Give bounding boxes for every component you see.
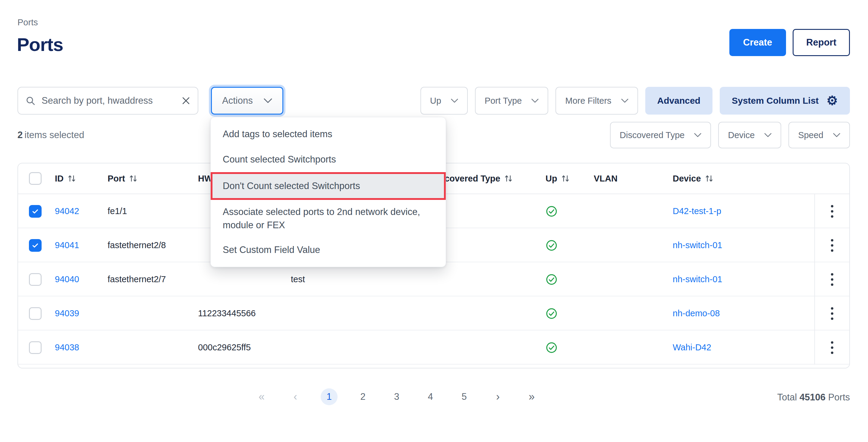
filter-up[interactable]: Up bbox=[421, 87, 468, 115]
selected-label: items selected bbox=[24, 130, 84, 140]
menu-item-add-tags[interactable]: Add tags to selected items bbox=[211, 121, 446, 147]
advanced-label: Advanced bbox=[657, 95, 701, 106]
port-id-link[interactable]: 94039 bbox=[55, 308, 107, 318]
menu-item-set-custom-field[interactable]: Set Custom Field Value bbox=[211, 237, 446, 263]
chevron-down-icon bbox=[833, 133, 840, 138]
page-button-3[interactable]: 3 bbox=[388, 388, 405, 405]
chevron-down-icon bbox=[694, 133, 701, 138]
port-id-link[interactable]: 94040 bbox=[55, 274, 107, 284]
column-header-device[interactable]: Device bbox=[673, 174, 814, 184]
up-cell bbox=[546, 205, 594, 217]
gear-icon: ⚙ bbox=[827, 94, 838, 107]
row-checkbox[interactable] bbox=[29, 341, 41, 354]
toolbar: Actions Up Port Type More Fil bbox=[18, 87, 850, 115]
port-cell: fe1/1 bbox=[107, 206, 198, 216]
device-link[interactable]: nh-switch-01 bbox=[673, 274, 814, 284]
page-title: Ports bbox=[17, 34, 63, 55]
filter-speed-label: Speed bbox=[798, 130, 824, 140]
page-button-2[interactable]: 2 bbox=[354, 388, 371, 405]
last-page-icon[interactable]: » bbox=[523, 390, 540, 403]
sort-icon[interactable] bbox=[129, 174, 138, 183]
search-icon bbox=[25, 95, 36, 106]
system-column-list-button[interactable]: System Column List ⚙ bbox=[720, 87, 850, 115]
device-link[interactable]: nh-switch-01 bbox=[673, 240, 814, 250]
row-actions-kebab-icon[interactable] bbox=[828, 304, 836, 323]
total-suffix: Ports bbox=[828, 392, 850, 403]
row-checkbox[interactable] bbox=[29, 307, 41, 320]
actions-dropdown-menu: Add tags to selected items Count selecte… bbox=[210, 117, 446, 267]
page-button-1[interactable]: 1 bbox=[321, 388, 338, 405]
row-checkbox[interactable] bbox=[29, 273, 41, 286]
menu-item-dont-count-switchports[interactable]: Don't Count selected Switchports bbox=[211, 172, 446, 200]
report-button[interactable]: Report bbox=[793, 29, 850, 56]
actions-dropdown-button[interactable]: Actions bbox=[211, 87, 283, 115]
row-checkbox[interactable] bbox=[29, 239, 41, 252]
filter-more-filters-label: More Filters bbox=[565, 96, 611, 106]
port-cell: fastethernet2/7 bbox=[107, 274, 198, 284]
sort-icon[interactable] bbox=[705, 174, 714, 183]
filter-speed[interactable]: Speed bbox=[788, 122, 850, 148]
page-button-4[interactable]: 4 bbox=[422, 388, 439, 405]
up-check-icon bbox=[546, 205, 594, 217]
advanced-button[interactable]: Advanced bbox=[645, 87, 712, 115]
column-header-port[interactable]: Port bbox=[107, 174, 198, 184]
desc-cell: test bbox=[291, 274, 431, 284]
column-header-discovered-type[interactable]: Discovered Type bbox=[431, 174, 546, 184]
chevron-down-icon bbox=[451, 98, 458, 103]
sort-icon[interactable] bbox=[67, 174, 76, 183]
port-cell: fastethernet2/8 bbox=[107, 240, 198, 250]
total-count-text: Total 45106 Ports bbox=[777, 392, 850, 403]
filter-up-label: Up bbox=[430, 96, 441, 106]
port-id-link[interactable]: 94042 bbox=[55, 206, 107, 216]
filter-port-type[interactable]: Port Type bbox=[475, 87, 549, 115]
port-id-link[interactable]: 94041 bbox=[55, 240, 107, 250]
device-link[interactable]: D42-test-1-p bbox=[673, 206, 814, 216]
column-header-id[interactable]: ID bbox=[55, 174, 107, 184]
filter-more-filters[interactable]: More Filters bbox=[555, 87, 638, 115]
sort-icon[interactable] bbox=[504, 174, 513, 183]
next-page-icon[interactable]: › bbox=[490, 390, 506, 403]
up-cell bbox=[546, 273, 594, 286]
breadcrumb[interactable]: Ports bbox=[18, 18, 38, 27]
sort-icon[interactable] bbox=[561, 174, 570, 183]
row-actions-kebab-icon[interactable] bbox=[828, 202, 836, 221]
clear-search-icon[interactable] bbox=[181, 96, 190, 105]
row-actions-kebab-icon[interactable] bbox=[828, 270, 836, 289]
chevron-down-icon bbox=[264, 98, 272, 104]
up-check-icon bbox=[546, 307, 594, 320]
pagination: « ‹ 1 2 3 4 5 › » bbox=[253, 388, 540, 405]
filter-device-label: Device bbox=[728, 130, 755, 140]
device-link[interactable]: Wahi-D42 bbox=[673, 343, 814, 352]
total-count: 45106 bbox=[800, 392, 826, 403]
hw-cell: 112233445566 bbox=[198, 308, 291, 318]
create-button[interactable]: Create bbox=[730, 29, 786, 56]
row-checkbox[interactable] bbox=[29, 205, 41, 218]
chevron-down-icon bbox=[621, 98, 628, 103]
column-header-up[interactable]: Up bbox=[546, 174, 594, 184]
chevron-down-icon bbox=[764, 133, 772, 138]
up-check-icon bbox=[546, 342, 594, 354]
port-id-link[interactable]: 94038 bbox=[55, 343, 107, 352]
up-cell bbox=[546, 239, 594, 252]
row-actions-kebab-icon[interactable] bbox=[828, 338, 836, 357]
filter-discovered-type[interactable]: Discovered Type bbox=[610, 122, 711, 148]
filter-device[interactable]: Device bbox=[718, 122, 781, 148]
menu-item-associate-ports[interactable]: Associate selected ports to 2nd network … bbox=[211, 200, 446, 237]
search-box[interactable] bbox=[18, 87, 198, 115]
column-header-vlan[interactable]: VLAN bbox=[594, 174, 673, 184]
hw-cell: 000c29625ff5 bbox=[198, 343, 291, 352]
search-input[interactable] bbox=[41, 95, 176, 106]
prev-page-icon[interactable]: ‹ bbox=[287, 390, 304, 403]
table-row: 94039 112233445566 nh-demo-08 bbox=[18, 296, 849, 330]
up-cell bbox=[546, 307, 594, 320]
page-button-5[interactable]: 5 bbox=[456, 388, 472, 405]
select-all-checkbox[interactable] bbox=[29, 172, 41, 185]
device-link[interactable]: nh-demo-08 bbox=[673, 308, 814, 318]
first-page-icon[interactable]: « bbox=[253, 390, 270, 403]
ports-page: Ports Ports Create Report Actions bbox=[0, 0, 868, 442]
filter-port-type-label: Port Type bbox=[485, 96, 522, 106]
row-actions-kebab-icon[interactable] bbox=[828, 236, 836, 255]
menu-item-count-switchports[interactable]: Count selected Switchports bbox=[211, 147, 446, 172]
up-check-icon bbox=[546, 239, 594, 252]
items-selected-text: 2items selected bbox=[18, 130, 84, 141]
